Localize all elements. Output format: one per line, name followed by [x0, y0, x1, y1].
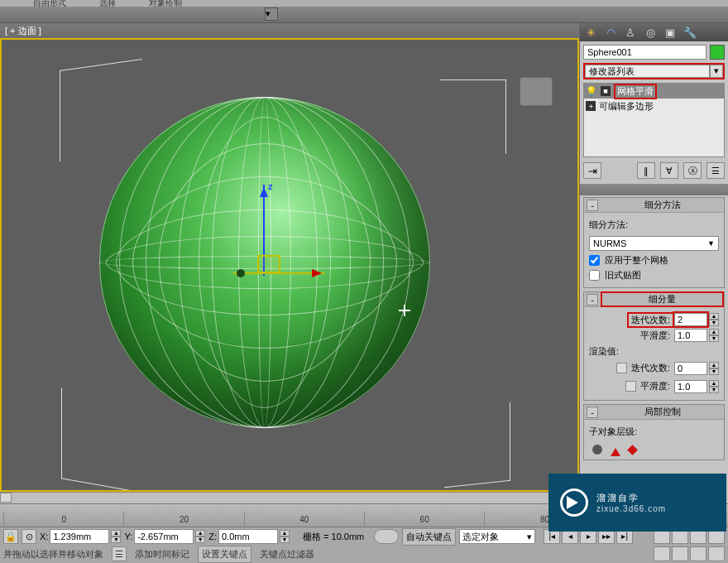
render-smooth-checkbox[interactable] [625, 381, 636, 392]
viewport-scrollbar[interactable] [0, 492, 579, 503]
render-smoothness-input[interactable] [674, 380, 707, 393]
grid-size-label: 栅格 = 10.0mm [303, 531, 364, 543]
spinner-down-icon[interactable]: ▼ [195, 537, 205, 543]
axis-plane[interactable] [257, 255, 280, 273]
render-iterations-input[interactable] [674, 362, 707, 375]
rollout-title: 局部控制 [601, 406, 724, 418]
timeline-tick: 40 [244, 512, 364, 527]
smoothness-input[interactable] [674, 329, 707, 342]
modify-tab-icon[interactable]: ◠ [603, 25, 618, 40]
stack-item-label: 可编辑多边形 [599, 100, 654, 113]
timeline-tick: 0 [3, 512, 123, 527]
rollout-toggle[interactable]: - [587, 200, 598, 211]
motion-tab-icon[interactable]: ◎ [643, 25, 658, 40]
pin-stack-icon[interactable]: ⇥ [583, 162, 601, 179]
spinner-up-icon[interactable]: ▲ [709, 313, 719, 320]
rollout-toggle[interactable]: - [587, 407, 598, 418]
auto-key-button[interactable]: 自动关键点 [402, 528, 456, 546]
watermark-play-icon [560, 488, 588, 517]
time-tag-icon[interactable]: ☰ [112, 546, 127, 561]
render-values-label: 渲染值: [589, 345, 719, 358]
spinner-down-icon[interactable]: ▼ [709, 320, 719, 326]
viewport-nav-icon[interactable] [672, 546, 688, 561]
ribbon-bar: ▾ [0, 7, 728, 23]
remove-modifier-icon[interactable]: ⓧ [683, 162, 702, 179]
spinner-up-icon[interactable]: ▲ [709, 380, 719, 387]
watermark: 溜溜自学 zixue.3d66.com [548, 474, 726, 532]
x-input[interactable] [50, 529, 109, 544]
y-input[interactable] [134, 529, 194, 544]
key-filter-button[interactable]: 关键点过滤器 [260, 548, 314, 561]
cursor-icon [399, 305, 410, 316]
utilities-tab-icon[interactable]: 🔧 [682, 25, 697, 40]
selection-lock-icon[interactable]: ⊙ [22, 529, 36, 544]
viewcube-icon[interactable] [520, 77, 553, 106]
watermark-domain: zixue.3d66.com [596, 504, 666, 513]
selection-filter-dropdown[interactable]: 选定对象▾ [459, 529, 535, 544]
bulb-icon[interactable]: 💡 [586, 86, 597, 97]
panel-tabs: ✳ ◠ ♙ ◎ ▣ 🔧 [580, 23, 728, 41]
set-key-button[interactable]: 设置关键点 [198, 546, 251, 563]
show-end-result-icon[interactable]: ‖ [637, 162, 655, 179]
vertex-level-icon[interactable] [592, 445, 602, 455]
apply-whole-checkbox[interactable] [589, 255, 600, 266]
set-key-button[interactable] [374, 529, 399, 544]
object-color-swatch[interactable] [710, 45, 725, 60]
method-select[interactable]: NURMS▼ [589, 236, 719, 251]
iterations-label: 迭代次数: [629, 314, 673, 326]
configure-sets-icon[interactable]: ☰ [706, 162, 725, 179]
modifier-list-dropdown[interactable]: ▾ [583, 63, 725, 79]
spinner-down-icon[interactable]: ▼ [709, 335, 719, 342]
object-name-input[interactable] [583, 45, 706, 60]
command-panel: ✳ ◠ ♙ ◎ ▣ 🔧 ▾ 💡 ■ 网格平滑 ＋ 可编辑多边形 [579, 23, 728, 503]
iterations-input[interactable] [674, 313, 707, 326]
stack-item-meshsmooth[interactable]: 💡 ■ 网格平滑 [584, 84, 724, 99]
modifier-stack[interactable]: 💡 ■ 网格平滑 ＋ 可编辑多边形 [583, 83, 725, 157]
add-time-marker[interactable]: 添加时间标记 [135, 548, 189, 561]
display-tab-icon[interactable]: ▣ [663, 25, 678, 40]
lock-selection-icon[interactable]: 🔒 [3, 529, 18, 544]
subobj-label: 子对象层级: [589, 426, 637, 438]
spinner-up-icon[interactable]: ▲ [709, 362, 719, 368]
face-level-icon[interactable] [627, 445, 638, 455]
spinner-down-icon[interactable]: ▼ [280, 537, 290, 543]
x-label: X: [40, 532, 48, 541]
timeline-tick: 20 [123, 512, 243, 527]
rollout-title: 细分方法 [601, 199, 724, 211]
viewport-nav-icon[interactable] [690, 546, 706, 561]
spinner-up-icon[interactable]: ▲ [195, 530, 205, 537]
bounding-box-corner [444, 402, 510, 488]
scrollbar-thumb[interactable] [0, 493, 12, 503]
spinner-up-icon[interactable]: ▲ [111, 530, 121, 537]
make-unique-icon[interactable]: ∀ [660, 162, 678, 179]
spinner-down-icon[interactable]: ▼ [709, 387, 719, 393]
spinner-up-icon[interactable]: ▲ [709, 329, 719, 335]
render-iter-checkbox[interactable] [616, 363, 627, 373]
old-style-checkbox[interactable] [589, 270, 600, 281]
expand-icon[interactable]: ■ [601, 86, 611, 96]
edge-level-icon[interactable] [611, 443, 620, 456]
chevron-down-icon[interactable]: ▾ [710, 65, 723, 78]
ribbon-dropdown[interactable]: ▾ [265, 7, 278, 21]
maximize-viewport-icon[interactable] [708, 546, 725, 561]
render-iterations-label: 迭代次数: [629, 362, 673, 374]
hierarchy-tab-icon[interactable]: ♙ [623, 25, 638, 40]
viewport[interactable]: z [0, 38, 579, 492]
viewport-nav-icon[interactable] [654, 546, 670, 561]
apply-whole-label: 应用于整个网格 [605, 254, 668, 267]
expand-icon[interactable]: ＋ [586, 101, 596, 111]
spinner-down-icon[interactable]: ▼ [709, 368, 719, 375]
z-label: Z: [208, 532, 217, 541]
viewport-label[interactable]: [ + 边面 ] [0, 23, 579, 38]
transform-gizmo[interactable]: z [233, 185, 333, 284]
stack-item-editablepoly[interactable]: ＋ 可编辑多边形 [584, 99, 724, 113]
old-style-label: 旧式贴图 [605, 269, 641, 282]
timeline-tick: 60 [364, 512, 484, 527]
rollout-local-control: -局部控制 子对象层级: [583, 404, 725, 460]
spinner-up-icon[interactable]: ▲ [280, 530, 290, 537]
bounding-box-corner [440, 79, 506, 154]
z-input[interactable] [218, 529, 278, 544]
rollout-toggle[interactable]: - [587, 294, 598, 306]
create-tab-icon[interactable]: ✳ [583, 25, 598, 40]
spinner-down-icon[interactable]: ▼ [111, 537, 121, 543]
